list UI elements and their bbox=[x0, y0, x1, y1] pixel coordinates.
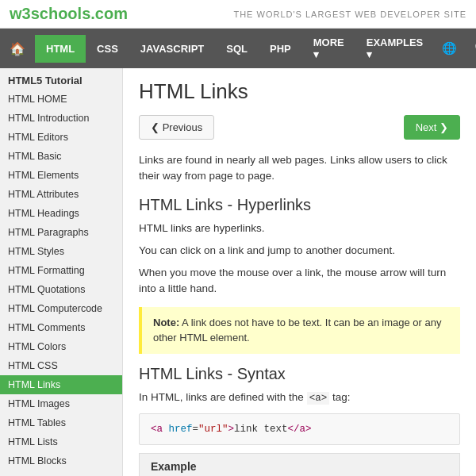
example-header: Example bbox=[140, 454, 459, 476]
sidebar-item-html-tables[interactable]: HTML Tables bbox=[0, 413, 122, 432]
nav-item-sql[interactable]: SQL bbox=[215, 35, 259, 63]
example-box: Example <a href="http://www.w3schools.co… bbox=[139, 453, 460, 476]
tagline: THE WORLD'S LARGEST WEB DEVELOPER SITE bbox=[233, 10, 466, 19]
sidebar-item-html-classes[interactable]: HTML Classes bbox=[0, 470, 122, 476]
section1-p3: When you move the mouse over a link, the… bbox=[139, 265, 460, 298]
sidebar-item-html-comments[interactable]: HTML Comments bbox=[0, 318, 122, 337]
sidebar-item-html-attributes[interactable]: HTML Attributes bbox=[0, 185, 122, 204]
sidebar-item-html-elements[interactable]: HTML Elements bbox=[0, 166, 122, 185]
sidebar-item-html-colors[interactable]: HTML Colors bbox=[0, 337, 122, 356]
section2-title: HTML Links - Syntax bbox=[139, 365, 460, 383]
section1-title: HTML Links - Hyperlinks bbox=[139, 196, 460, 214]
section1-p1: HTML links are hyperlinks. bbox=[139, 221, 460, 236]
sidebar-item-html-home[interactable]: HTML HOME bbox=[0, 90, 122, 109]
sidebar-item-html-links[interactable]: HTML Links bbox=[0, 375, 122, 394]
section2-intro: In HTML, links are defined with the <a> … bbox=[139, 390, 460, 406]
code-block-1: <a href="url">link text</a> bbox=[139, 413, 460, 445]
sidebar-item-html-styles[interactable]: HTML Styles bbox=[0, 242, 122, 261]
sidebar-item-html-paragraphs[interactable]: HTML Paragraphs bbox=[0, 223, 122, 242]
page-title: HTML Links bbox=[139, 79, 460, 104]
logo-w3: w3schools bbox=[10, 5, 90, 22]
sidebar-item-html-quotations[interactable]: HTML Quotations bbox=[0, 280, 122, 299]
nav-globe-icon[interactable]: 🌐 bbox=[434, 33, 465, 63]
note-label: Note: bbox=[153, 317, 179, 328]
section1-p2: You can click on a link and jump to anot… bbox=[139, 243, 460, 259]
nav-item-php[interactable]: PHP bbox=[259, 35, 302, 63]
sidebar: HTML5 Tutorial HTML HOME HTML Introducti… bbox=[0, 68, 123, 476]
intro-paragraph: Links are found in nearly all web pages.… bbox=[139, 152, 460, 185]
note-box: Note: A link does not have to be text. I… bbox=[139, 307, 460, 354]
sidebar-item-html-formatting[interactable]: HTML Formatting bbox=[0, 261, 122, 280]
nav-examples-dropdown[interactable]: EXAMPLES ▾ bbox=[355, 29, 435, 68]
main-content: HTML Links Previous Next Links are found… bbox=[123, 68, 476, 476]
layout: HTML5 Tutorial HTML HOME HTML Introducti… bbox=[0, 68, 476, 476]
sidebar-item-html-computercode[interactable]: HTML Computercode bbox=[0, 299, 122, 318]
nav-item-html[interactable]: HTML bbox=[35, 35, 86, 63]
sidebar-item-html-intro[interactable]: HTML Introduction bbox=[0, 109, 122, 128]
section2-tag: <a> bbox=[307, 392, 330, 405]
sidebar-item-html-basic[interactable]: HTML Basic bbox=[0, 147, 122, 166]
nav-home-icon[interactable]: 🏠 bbox=[0, 33, 35, 64]
nav-buttons: Previous Next bbox=[139, 115, 460, 140]
sidebar-item-html-editors[interactable]: HTML Editors bbox=[0, 128, 122, 147]
nav-more-dropdown[interactable]: MORE ▾ bbox=[302, 29, 355, 68]
sidebar-item-html-images[interactable]: HTML Images bbox=[0, 394, 122, 413]
prev-button[interactable]: Previous bbox=[139, 115, 214, 140]
logo-com: .com bbox=[90, 5, 128, 22]
sidebar-item-html-lists[interactable]: HTML Lists bbox=[0, 432, 122, 451]
nav-bar: 🏠 HTML CSS JAVASCRIPT SQL PHP MORE ▾ EXA… bbox=[0, 29, 476, 68]
next-button[interactable]: Next bbox=[404, 115, 460, 140]
sidebar-item-html-headings[interactable]: HTML Headings bbox=[0, 204, 122, 223]
nav-search-icon[interactable]: 🔍 bbox=[465, 33, 476, 63]
sidebar-title: HTML5 Tutorial bbox=[0, 68, 122, 90]
nav-item-css[interactable]: CSS bbox=[86, 35, 129, 63]
sidebar-item-html-css[interactable]: HTML CSS bbox=[0, 356, 122, 375]
top-bar: w3schools.com THE WORLD'S LARGEST WEB DE… bbox=[0, 0, 476, 29]
sidebar-item-html-blocks[interactable]: HTML Blocks bbox=[0, 451, 122, 470]
logo: w3schools.com bbox=[10, 5, 128, 23]
nav-item-javascript[interactable]: JAVASCRIPT bbox=[129, 35, 215, 63]
note-text: A link does not have to be text. It can … bbox=[153, 317, 442, 344]
